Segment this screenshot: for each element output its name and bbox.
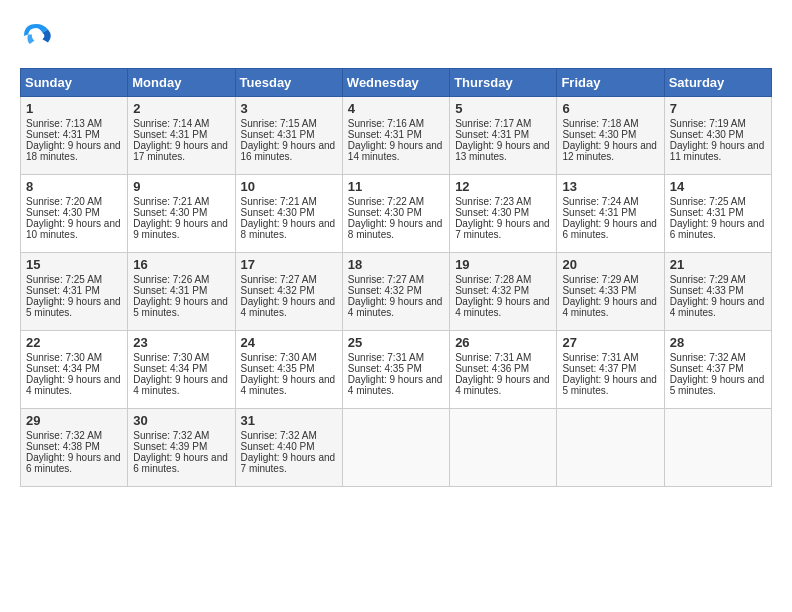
day-number: 11 (348, 179, 444, 194)
sunset-text: Sunset: 4:31 PM (562, 207, 636, 218)
sunrise-text: Sunrise: 7:29 AM (562, 274, 638, 285)
day-number: 13 (562, 179, 658, 194)
sunset-text: Sunset: 4:31 PM (241, 129, 315, 140)
day-number: 20 (562, 257, 658, 272)
calendar-cell: 24Sunrise: 7:30 AMSunset: 4:35 PMDayligh… (235, 331, 342, 409)
sunrise-text: Sunrise: 7:20 AM (26, 196, 102, 207)
sunset-text: Sunset: 4:38 PM (26, 441, 100, 452)
sunset-text: Sunset: 4:35 PM (348, 363, 422, 374)
sunrise-text: Sunrise: 7:31 AM (455, 352, 531, 363)
day-number: 17 (241, 257, 337, 272)
day-number: 25 (348, 335, 444, 350)
sunset-text: Sunset: 4:30 PM (670, 129, 744, 140)
sunrise-text: Sunrise: 7:31 AM (562, 352, 638, 363)
sunrise-text: Sunrise: 7:32 AM (133, 430, 209, 441)
daylight-text: Daylight: 9 hours and 4 minutes. (670, 296, 765, 318)
daylight-text: Daylight: 9 hours and 4 minutes. (241, 296, 336, 318)
sunrise-text: Sunrise: 7:17 AM (455, 118, 531, 129)
day-number: 10 (241, 179, 337, 194)
daylight-text: Daylight: 9 hours and 4 minutes. (133, 374, 228, 396)
sunset-text: Sunset: 4:31 PM (670, 207, 744, 218)
day-number: 31 (241, 413, 337, 428)
calendar-cell: 7Sunrise: 7:19 AMSunset: 4:30 PMDaylight… (664, 97, 771, 175)
day-number: 30 (133, 413, 229, 428)
daylight-text: Daylight: 9 hours and 4 minutes. (455, 374, 550, 396)
day-number: 22 (26, 335, 122, 350)
sunset-text: Sunset: 4:34 PM (26, 363, 100, 374)
column-header-friday: Friday (557, 69, 664, 97)
day-number: 26 (455, 335, 551, 350)
day-number: 23 (133, 335, 229, 350)
sunset-text: Sunset: 4:30 PM (26, 207, 100, 218)
calendar-cell: 19Sunrise: 7:28 AMSunset: 4:32 PMDayligh… (450, 253, 557, 331)
day-number: 16 (133, 257, 229, 272)
daylight-text: Daylight: 9 hours and 8 minutes. (348, 218, 443, 240)
day-number: 8 (26, 179, 122, 194)
day-number: 3 (241, 101, 337, 116)
sunset-text: Sunset: 4:33 PM (562, 285, 636, 296)
calendar-cell: 5Sunrise: 7:17 AMSunset: 4:31 PMDaylight… (450, 97, 557, 175)
calendar-cell (342, 409, 449, 487)
sunset-text: Sunset: 4:30 PM (133, 207, 207, 218)
daylight-text: Daylight: 9 hours and 18 minutes. (26, 140, 121, 162)
calendar-cell: 10Sunrise: 7:21 AMSunset: 4:30 PMDayligh… (235, 175, 342, 253)
sunset-text: Sunset: 4:33 PM (670, 285, 744, 296)
sunset-text: Sunset: 4:35 PM (241, 363, 315, 374)
day-number: 9 (133, 179, 229, 194)
sunrise-text: Sunrise: 7:30 AM (133, 352, 209, 363)
day-number: 6 (562, 101, 658, 116)
calendar-cell: 28Sunrise: 7:32 AMSunset: 4:37 PMDayligh… (664, 331, 771, 409)
daylight-text: Daylight: 9 hours and 13 minutes. (455, 140, 550, 162)
calendar-cell: 23Sunrise: 7:30 AMSunset: 4:34 PMDayligh… (128, 331, 235, 409)
sunrise-text: Sunrise: 7:23 AM (455, 196, 531, 207)
calendar-cell: 9Sunrise: 7:21 AMSunset: 4:30 PMDaylight… (128, 175, 235, 253)
sunrise-text: Sunrise: 7:25 AM (26, 274, 102, 285)
sunrise-text: Sunrise: 7:32 AM (241, 430, 317, 441)
calendar-cell: 26Sunrise: 7:31 AMSunset: 4:36 PMDayligh… (450, 331, 557, 409)
sunrise-text: Sunrise: 7:27 AM (241, 274, 317, 285)
daylight-text: Daylight: 9 hours and 6 minutes. (562, 218, 657, 240)
calendar-cell: 3Sunrise: 7:15 AMSunset: 4:31 PMDaylight… (235, 97, 342, 175)
daylight-text: Daylight: 9 hours and 14 minutes. (348, 140, 443, 162)
calendar-cell: 6Sunrise: 7:18 AMSunset: 4:30 PMDaylight… (557, 97, 664, 175)
sunrise-text: Sunrise: 7:13 AM (26, 118, 102, 129)
daylight-text: Daylight: 9 hours and 4 minutes. (455, 296, 550, 318)
day-number: 21 (670, 257, 766, 272)
calendar-week-row: 1Sunrise: 7:13 AMSunset: 4:31 PMDaylight… (21, 97, 772, 175)
column-header-thursday: Thursday (450, 69, 557, 97)
daylight-text: Daylight: 9 hours and 6 minutes. (133, 452, 228, 474)
day-number: 24 (241, 335, 337, 350)
day-number: 14 (670, 179, 766, 194)
sunrise-text: Sunrise: 7:16 AM (348, 118, 424, 129)
sunrise-text: Sunrise: 7:19 AM (670, 118, 746, 129)
sunset-text: Sunset: 4:31 PM (26, 285, 100, 296)
daylight-text: Daylight: 9 hours and 6 minutes. (670, 218, 765, 240)
day-number: 19 (455, 257, 551, 272)
calendar-cell: 30Sunrise: 7:32 AMSunset: 4:39 PMDayligh… (128, 409, 235, 487)
sunset-text: Sunset: 4:30 PM (241, 207, 315, 218)
calendar-week-row: 8Sunrise: 7:20 AMSunset: 4:30 PMDaylight… (21, 175, 772, 253)
daylight-text: Daylight: 9 hours and 5 minutes. (26, 296, 121, 318)
sunrise-text: Sunrise: 7:27 AM (348, 274, 424, 285)
sunset-text: Sunset: 4:40 PM (241, 441, 315, 452)
calendar-cell: 20Sunrise: 7:29 AMSunset: 4:33 PMDayligh… (557, 253, 664, 331)
sunrise-text: Sunrise: 7:30 AM (241, 352, 317, 363)
calendar-cell: 29Sunrise: 7:32 AMSunset: 4:38 PMDayligh… (21, 409, 128, 487)
sunset-text: Sunset: 4:30 PM (455, 207, 529, 218)
sunrise-text: Sunrise: 7:22 AM (348, 196, 424, 207)
sunset-text: Sunset: 4:30 PM (348, 207, 422, 218)
daylight-text: Daylight: 9 hours and 5 minutes. (562, 374, 657, 396)
daylight-text: Daylight: 9 hours and 5 minutes. (133, 296, 228, 318)
calendar-cell: 17Sunrise: 7:27 AMSunset: 4:32 PMDayligh… (235, 253, 342, 331)
sunrise-text: Sunrise: 7:15 AM (241, 118, 317, 129)
daylight-text: Daylight: 9 hours and 11 minutes. (670, 140, 765, 162)
sunset-text: Sunset: 4:30 PM (562, 129, 636, 140)
sunset-text: Sunset: 4:31 PM (26, 129, 100, 140)
calendar-week-row: 22Sunrise: 7:30 AMSunset: 4:34 PMDayligh… (21, 331, 772, 409)
day-number: 29 (26, 413, 122, 428)
calendar-cell: 11Sunrise: 7:22 AMSunset: 4:30 PMDayligh… (342, 175, 449, 253)
day-number: 2 (133, 101, 229, 116)
daylight-text: Daylight: 9 hours and 5 minutes. (670, 374, 765, 396)
daylight-text: Daylight: 9 hours and 7 minutes. (455, 218, 550, 240)
sunset-text: Sunset: 4:31 PM (133, 129, 207, 140)
